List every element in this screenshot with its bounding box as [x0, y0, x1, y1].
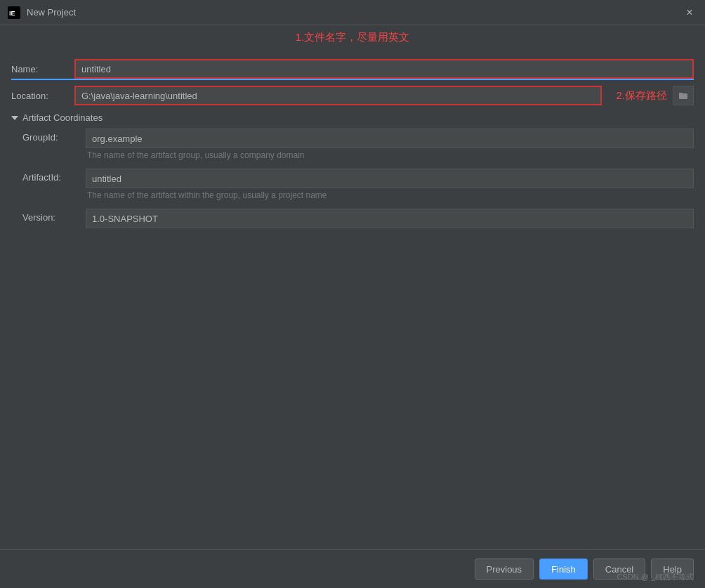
folder-icon	[678, 91, 688, 100]
location-input-wrapper	[74, 86, 602, 105]
version-label: Version:	[22, 209, 86, 223]
svg-rect-3	[679, 93, 683, 94]
location-input[interactable]	[74, 86, 602, 105]
button-area: Previous Finish Cancel Help	[0, 549, 705, 588]
name-input-wrapper	[74, 59, 694, 79]
name-row-container: Name:	[11, 59, 694, 80]
dialog-container: IE New Project × 1.文件名字，尽量用英文 Name: Loca…	[0, 0, 705, 588]
version-row: Version:	[22, 209, 694, 230]
artifactid-hint: The name of the artifact within the grou…	[86, 190, 694, 200]
dialog-content: Name: Location: 2.保存路径	[0, 25, 705, 588]
artifactid-row: ArtifactId: The name of the artifact wit…	[22, 169, 694, 206]
version-input-col	[86, 209, 694, 230]
collapse-triangle-icon	[11, 116, 18, 120]
form-area: Name: Location: 2.保存路径	[0, 25, 705, 236]
artifactid-input-col: The name of the artifact within the grou…	[86, 169, 694, 206]
title-bar: IE New Project ×	[0, 0, 705, 25]
dialog-title: New Project	[27, 7, 76, 18]
groupid-row: GroupId: The name of the artifact group,…	[22, 129, 694, 166]
groupid-hint: The name of the artifact group, usually …	[86, 150, 694, 160]
watermark: CSDN @ _柯西不等式	[617, 572, 694, 582]
artifactid-input[interactable]	[86, 169, 694, 188]
artifact-section-header[interactable]: Artifact Coordinates	[11, 112, 694, 123]
svg-text:IE: IE	[9, 10, 15, 17]
name-label: Name:	[11, 64, 74, 74]
annotation-2: 2.保存路径	[616, 89, 667, 103]
finish-button[interactable]: Finish	[539, 558, 588, 580]
version-input[interactable]	[86, 209, 694, 228]
title-bar-left: IE New Project	[7, 6, 76, 20]
artifact-fields: GroupId: The name of the artifact group,…	[11, 129, 694, 230]
previous-button[interactable]: Previous	[475, 558, 534, 580]
svg-rect-2	[679, 93, 687, 99]
groupid-input[interactable]	[86, 129, 694, 148]
artifact-section: Artifact Coordinates GroupId: The name o…	[11, 112, 694, 230]
browse-button[interactable]	[673, 86, 694, 105]
groupid-input-col: The name of the artifact group, usually …	[86, 129, 694, 166]
location-row-container: Location: 2.保存路径	[11, 86, 694, 105]
artifact-section-title: Artifact Coordinates	[22, 112, 103, 123]
groupid-label: GroupId:	[22, 129, 86, 143]
name-input[interactable]	[74, 59, 694, 79]
location-label: Location:	[11, 91, 74, 101]
close-button[interactable]: ×	[681, 4, 698, 21]
intellij-icon: IE	[7, 6, 21, 20]
artifactid-label: ArtifactId:	[22, 169, 86, 183]
